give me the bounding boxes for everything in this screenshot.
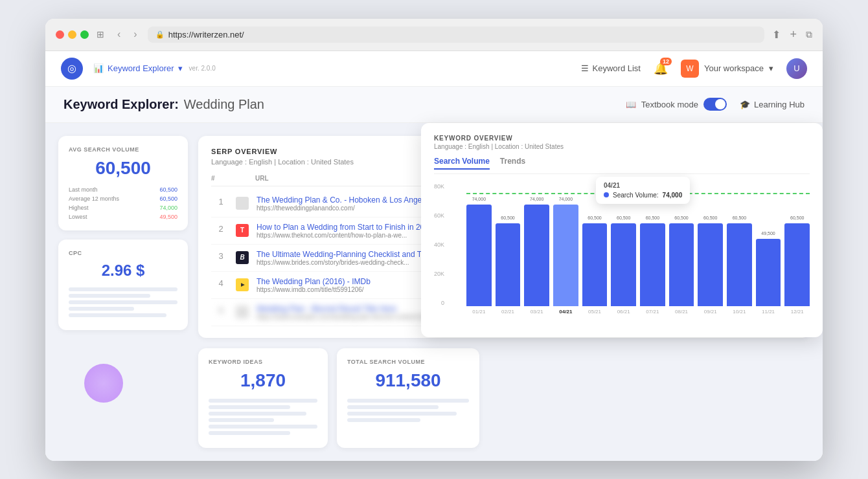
tooltip-date: 04/21 [604,182,682,189]
lowest-label: Lowest [69,214,87,220]
tab-trends[interactable]: Trends [500,157,525,170]
chart-bar[interactable] [524,205,549,306]
stat-lowest: Lowest 49,500 [69,214,177,220]
chart-bar[interactable] [640,223,665,306]
new-tab-icon[interactable]: + [790,28,797,41]
stat-avg-12: Average 12 months 60,500 [69,195,177,202]
row-num: 4 [211,277,231,288]
keyword-ideas-card: KEYWORD IDEAS 1,870 [198,348,328,448]
col-number: # [211,175,231,182]
workspace-dropdown-icon: ▾ [769,63,773,73]
last-month-value: 60,500 [159,186,177,193]
chart-bar[interactable] [698,223,723,306]
serp-language: English [249,158,272,166]
chart-x-label: 04/21 [553,309,578,315]
chart-bar-group: 74,000 [466,183,492,306]
tooltip-dot [604,192,609,197]
avg-sv-value: 60,500 [69,158,177,179]
share-icon[interactable]: ⬆ [772,28,781,41]
address-bar[interactable]: 🔒 https://writerzen.net/ [148,27,765,43]
y-label-80k: 80K [434,183,444,190]
workspace-label: Your workspace [704,63,764,73]
y-label-20k: 20K [434,271,444,277]
chart-bar[interactable] [669,223,694,306]
favicon-2: T [236,224,249,237]
learning-hub-button[interactable]: 🎓 Learning Hub [740,100,805,109]
chart-bar[interactable] [496,223,521,306]
cpc-skeleton-1 [69,287,177,291]
bar-value-label: 60,500 [588,216,601,220]
chart-x-label: 07/21 [640,309,665,315]
avg-search-volume-card: AVG SEARCH VOLUME 60,500 Last month 60,5… [58,136,188,230]
notification-badge: 12 [660,58,672,65]
workspace-button[interactable]: W Your workspace ▾ [681,60,773,78]
row-num: 3 [211,250,231,261]
keyword-list-button[interactable]: ☰ Keyword List [581,63,641,73]
bar-value-label: 74,000 [472,197,486,201]
y-label-40k: 40K [434,241,444,248]
notifications-button[interactable]: 🔔 12 [654,61,668,76]
chart-bar[interactable] [784,223,810,306]
bar-value-label: 60,500 [674,216,688,220]
y-label-60k: 60K [434,212,444,219]
maximize-button[interactable] [80,30,89,39]
chart-x-label: 01/21 [466,309,492,315]
page-title-light: Wedding Plan [184,97,264,112]
close-button[interactable] [56,30,64,39]
bottom-row: KEYWORD IDEAS 1,870 TOTAL SEARCH VOLUME … [198,348,810,448]
chart-y-labels: 80K 60K 40K 20K 0 [434,183,444,306]
chart-bar-group: 60,500 [784,183,810,306]
tool-selector[interactable]: 📊 Keyword Explorer ▾ ver. 2.0.0 [93,63,216,73]
main-content: AVG SEARCH VOLUME 60,500 Last month 60,5… [45,123,823,461]
keyword-overview-popup: KEYWORD OVERVIEW Language : English | Lo… [421,123,823,337]
forward-button[interactable]: › [131,27,139,41]
chart-bar-group: 74,000 [553,183,578,306]
chart-x-label: 02/21 [496,309,521,315]
chart-bar[interactable] [756,239,781,306]
cpc-skeleton-5 [69,313,166,317]
chart-tooltip: 04/21 Search Volume: 74,000 [596,177,690,204]
user-avatar[interactable]: U [786,58,807,79]
keyword-ideas-value: 1,870 [209,370,317,391]
highest-value: 74,000 [159,205,177,211]
version-label: ver. 2.0.0 [189,65,216,72]
chart-bar-group: 74,000 [524,183,549,306]
chart-x-label: 10/21 [727,309,752,315]
decorative-blob [84,364,123,403]
row-num: 2 [211,223,231,234]
tsv-sk-3 [347,412,457,416]
browser-actions: ⬆ + ⧉ [772,28,812,41]
bar-value-label: 60,500 [646,216,659,220]
back-button[interactable]: ‹ [115,27,123,41]
cpc-skeleton-3 [69,300,177,304]
ki-sk-1 [209,399,317,403]
chart-bar-group: 60,500 [698,183,723,306]
ki-sk-5 [209,425,317,429]
left-stats-panel: AVG SEARCH VOLUME 60,500 Last month 60,5… [58,136,188,448]
chart-bar-group: 60,500 [496,183,521,306]
avg-sv-label: AVG SEARCH VOLUME [69,146,177,153]
total-sv-label: TOTAL SEARCH VOLUME [347,359,469,365]
total-search-volume-card: TOTAL SEARCH VOLUME 911,580 [337,348,479,448]
bar-value-label: 60,500 [617,216,630,220]
chart-bar[interactable] [582,223,608,306]
sidebar-toggle-icon[interactable]: ⊞ [97,29,104,39]
chart-x-label: 05/21 [582,309,608,315]
page-header-actions: 📖 Textbook mode 🎓 Learning Hub [626,98,805,111]
tab-search-volume[interactable]: Search Volume [434,157,490,170]
bar-value-label: 60,500 [501,216,514,220]
chart-bar[interactable] [727,223,752,306]
textbook-toggle[interactable] [703,98,727,111]
bar-value-label: 60,500 [703,216,717,220]
tabs-icon[interactable]: ⧉ [806,29,812,40]
chart-x-label: 06/21 [611,309,636,315]
graduation-icon: 🎓 [740,100,750,109]
kw-language: English [468,143,490,150]
chart-bar[interactable] [611,223,636,306]
minimize-button[interactable] [68,30,76,39]
row-num-blurred: 5 [211,304,231,315]
y-label-0: 0 [441,300,444,306]
app-logo[interactable]: ◎ [61,58,83,80]
chart-bar[interactable] [466,205,492,306]
chart-bar[interactable] [553,205,578,306]
